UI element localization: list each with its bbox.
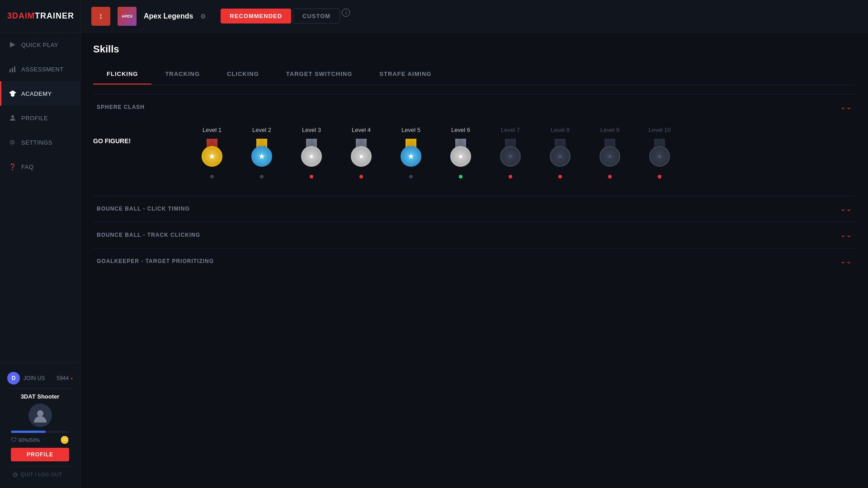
level-col-9: Level 9 ● — [585, 127, 635, 178]
game-cover-image: APEX — [118, 7, 137, 26]
scenario-row-go-figure: GO FIGURE! Level 1 ★ — [93, 119, 855, 195]
skills-title: Skills — [93, 43, 855, 55]
username: 3DAT Shooter — [11, 393, 69, 400]
sidebar-item-academy[interactable]: Academy — [0, 81, 80, 106]
user-section: 3DAT Shooter 🛡 60%/50% 🪙 PROFILE — [5, 388, 75, 466]
medal-1[interactable]: ★ — [199, 139, 225, 169]
sidebar-item-settings[interactable]: ⚙ Settings — [0, 130, 80, 155]
quick-play-icon — [9, 41, 17, 49]
medal-dot-2 — [260, 175, 264, 178]
chevron-down-icon-4: ⌄⌄ — [840, 257, 852, 265]
level-col-8: Level 8 ● — [535, 127, 585, 178]
svg-rect-2 — [14, 66, 15, 72]
game-switch-icon[interactable]: ↕ — [91, 7, 110, 26]
faq-icon: ❓ — [9, 163, 17, 171]
bounce-ball-track-label: BOUNCE BALL - TRACK CLICKING — [97, 232, 200, 238]
svg-marker-3 — [9, 90, 16, 95]
profile-button[interactable]: PROFILE — [11, 448, 69, 461]
sidebar-item-label: Profile — [21, 115, 48, 122]
sidebar-item-label: FAQ — [21, 164, 34, 170]
recommended-tab-button[interactable]: RECOMMENDED — [221, 9, 291, 23]
sidebar-item-label: Quick Play — [21, 42, 58, 48]
game-title: Apex Legends — [144, 12, 193, 20]
assessment-icon — [9, 65, 17, 73]
medal-dot-5 — [409, 175, 413, 178]
profile-icon — [9, 114, 17, 122]
level-6-label: Level 6 — [451, 127, 470, 133]
level-3-label: Level 3 — [302, 127, 321, 133]
medal-6[interactable]: ● — [448, 139, 473, 169]
tab-buttons: RECOMMENDED CUSTOM i — [221, 9, 350, 23]
sidebar-bottom: D JOIN US 5944 ● 3DAT Shooter 🛡 60%/50% — [0, 362, 80, 488]
sidebar-item-faq[interactable]: ❓ FAQ — [0, 155, 80, 179]
logo-aim: AIM — [19, 11, 35, 21]
quit-label: QUIT / LOG OUT — [21, 472, 62, 477]
xp-bar-container — [11, 431, 69, 433]
game-settings-icon[interactable]: ⚙ — [200, 13, 206, 20]
medal-3[interactable]: ● — [299, 139, 324, 169]
chevron-down-icon-3: ⌄⌄ — [840, 230, 852, 239]
logo: 3D AIM TRAINER — [0, 0, 80, 33]
xp-text: 🛡 60%/50% 🪙 — [11, 436, 69, 444]
scenario-goalkeeper-header[interactable]: GOALKEEPER - TARGET PRIORITIZING ⌄⌄ — [93, 249, 855, 273]
level-10-label: Level 10 — [648, 127, 670, 133]
scenario-bounce-ball-click-header[interactable]: BOUNCE BALL - CLICK TIMING ⌄⌄ — [93, 196, 855, 221]
tab-clicking[interactable]: CLICKING — [213, 64, 273, 84]
svg-point-4 — [11, 115, 14, 118]
tab-strafe-aiming[interactable]: STRAFE AIMING — [366, 64, 445, 84]
level-col-10: Level 10 ● — [635, 127, 684, 178]
svg-rect-0 — [9, 69, 11, 72]
medal-dot-9 — [608, 175, 612, 178]
chevron-down-icon: ⌄⌄ — [840, 103, 852, 111]
level-col-2: Level 2 ★ — [237, 127, 287, 178]
go-figure-label: GO FIGURE! — [93, 137, 184, 145]
sidebar-item-quick-play[interactable]: Quick Play — [0, 33, 80, 57]
settings-icon: ⚙ — [9, 138, 17, 146]
scenario-goalkeeper: GOALKEEPER - TARGET PRIORITIZING ⌄⌄ — [93, 248, 855, 273]
skill-tabs: FLICKING TRACKING CLICKING TARGET SWITCH… — [93, 64, 855, 85]
sidebar-item-assessment[interactable]: Assessment — [0, 57, 80, 81]
goalkeeper-label: GOALKEEPER - TARGET PRIORITIZING — [97, 258, 214, 264]
medal-5[interactable]: ★ — [398, 139, 424, 169]
level-col-7: Level 7 ● — [486, 127, 535, 178]
level-col-3: Level 3 ● — [287, 127, 336, 178]
svg-point-5 — [37, 410, 43, 417]
sidebar-nav: Quick Play Assessment Academy Profile ⚙ … — [0, 33, 80, 179]
quit-logout-link[interactable]: ⏻ QUIT / LOG OUT — [5, 466, 75, 483]
medal-dot-10 — [658, 175, 661, 178]
coin-dot-icon: ● — [71, 376, 73, 380]
scenario-sphere-clash: SPHERE CLASH ⌄⌄ GO FIGURE! Level 1 — [93, 94, 855, 195]
medal-8[interactable]: ● — [547, 139, 573, 169]
join-us-row[interactable]: D JOIN US 5944 ● — [5, 368, 75, 388]
info-icon[interactable]: i — [342, 9, 350, 17]
scenario-bounce-ball-click: BOUNCE BALL - CLICK TIMING ⌄⌄ — [93, 196, 855, 221]
level-7-label: Level 7 — [501, 127, 520, 133]
medal-2[interactable]: ★ — [249, 139, 274, 169]
xp-bar-fill — [11, 431, 46, 433]
scenario-bounce-ball-track-header[interactable]: BOUNCE BALL - TRACK CLICKING ⌄⌄ — [93, 222, 855, 247]
discord-icon: D — [7, 372, 20, 385]
sidebar-item-profile[interactable]: Profile — [0, 106, 80, 130]
sidebar-item-label: Assessment — [21, 66, 64, 73]
tab-flicking[interactable]: FLICKING — [93, 64, 151, 84]
medal-dot-3 — [310, 175, 313, 178]
tab-target-switching[interactable]: TARGET SWITCHING — [273, 64, 366, 84]
levels-grid: Level 1 ★ — [184, 119, 688, 191]
scenario-sphere-clash-header[interactable]: SPHERE CLASH ⌄⌄ — [93, 94, 855, 119]
medal-7[interactable]: ● — [498, 139, 523, 169]
power-icon: ⏻ — [13, 472, 18, 477]
medal-dot-1 — [210, 175, 214, 178]
medal-10[interactable]: ● — [647, 139, 672, 169]
custom-tab-button[interactable]: CUSTOM — [293, 9, 340, 23]
level-col-5: Level 5 ★ — [386, 127, 436, 178]
sidebar-item-label: Academy — [21, 90, 52, 97]
medal-dot-7 — [509, 175, 512, 178]
join-us-label: JOIN US — [24, 375, 45, 381]
medal-4[interactable]: ● — [349, 139, 374, 169]
medal-dot-4 — [359, 175, 363, 178]
level-4-label: Level 4 — [352, 127, 371, 133]
academy-icon — [9, 89, 17, 98]
svg-rect-1 — [12, 68, 13, 72]
tab-tracking[interactable]: TRACKING — [151, 64, 213, 84]
medal-9[interactable]: ● — [597, 139, 623, 169]
